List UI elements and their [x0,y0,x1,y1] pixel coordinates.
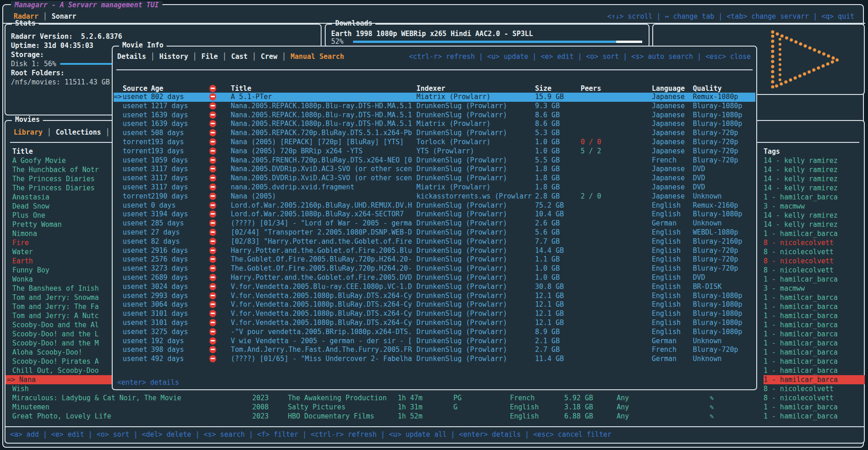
movie-list-item[interactable]: Tom and Jerry: The Fa [5,302,112,311]
release-row[interactable]: usenet192 daysV wie Vendetta - 2005 - ge… [114,337,755,346]
release-row[interactable]: usenet3101 daysV.for.Vendetta.2005.1080p… [114,319,755,328]
release-row[interactable]: usenet1639 daysNana.2005.REPACK.1080p.Bl… [114,111,755,120]
column-age[interactable]: Age [151,84,209,93]
movie-list-item[interactable]: Nimona [5,229,112,238]
movie-list-item[interactable]: Scooby-Doo! and the M [5,339,112,348]
movie-list-item[interactable]: A Goofy Movie [5,156,112,165]
tab-sonarr[interactable]: Sonarr [52,12,76,21]
movie-list-item[interactable]: Pretty Woman [5,220,112,229]
release-row[interactable]: usenet3024 daysV.for.Vendetta.2005.Blu-r… [114,283,755,292]
movie-list-item[interactable]: Plus One [5,211,112,220]
movie-list-item[interactable]: The Banshees of Inish [5,284,112,293]
movies-column-title: Title [12,147,33,156]
release-source: usenet [123,309,151,319]
release-row[interactable]: usenet1217 daysNana.2005.REPACK.1080p.Bl… [114,102,755,111]
release-row[interactable]: usenet3117 daysnana.2005.dvdrip.xvid.fra… [114,183,755,192]
movie-list-item[interactable]: Earth [5,256,112,266]
movie-list-item[interactable]: => Nana [5,375,112,384]
modal-tab-cast[interactable]: Cast [231,52,248,61]
movie-size: 5.92 GB [564,393,617,403]
release-row[interactable]: usenet398 daysTom.And.Jerry.The.Fast.And… [114,345,755,355]
movie-list-item[interactable]: The Princess Diaries [5,183,112,193]
movie-list-item[interactable]: Dead Snow [5,202,112,211]
release-row[interactable]: torrent2190 daysNana (2005)kickasstorren… [114,192,755,201]
modal-tab-file[interactable]: File [202,52,218,61]
column-rejected[interactable] [209,84,231,93]
release-row[interactable]: usenet27 days[02/44] "Transporter 2.2005… [114,228,755,237]
movie-row[interactable]: Great Photo, Lovely Life2023HBO Document… [5,412,758,421]
modal-tab-crew[interactable]: Crew [261,52,277,61]
release-row[interactable]: usenet3117 daysNana.2005.DVDRip.XviD.AC3… [114,165,755,174]
modal-tab-details[interactable]: Details [117,52,146,61]
movie-row[interactable]: Miraculous: Ladybug & Cat Noir, The Movi… [5,393,758,403]
release-row[interactable]: usenet3064 daysV.for.Vendetta.2005.1080p… [114,300,755,309]
column-language[interactable]: Language [652,84,693,93]
download-progress-track [353,41,642,43]
tab-radarr[interactable]: Radarr [14,12,38,21]
movie-list-item[interactable]: Aloha Scooby-Doo! [5,348,112,357]
movie-list-item[interactable]: Funny Boy [5,266,112,275]
release-row[interactable]: usenet0 daysLord.of.War.2005.2160p.BluRa… [114,201,755,210]
movie-list-item[interactable]: Fire [5,238,112,247]
release-size: 2.8 GB [535,192,581,201]
release-peers [581,355,652,364]
rejected-icon [209,202,216,209]
movie-row[interactable]: Minutemen2008Salty Pictures1h 31mGEnglis… [5,403,758,412]
release-row[interactable]: usenet3275 days-"V pour vendetta.2005.BR… [114,328,755,337]
release-language: French [652,345,693,355]
release-row[interactable]: usenet2916 daysHarry.Potter.and.the.Gobl… [114,246,755,256]
release-row[interactable]: usenet3273 daysThe.Goblet.Of.Fire.2005.B… [114,264,755,273]
release-quality: DVD [693,273,755,283]
release-quality: Bluray-1080p [693,328,755,337]
movie-list-item[interactable]: Chill Out, Scooby-Doo [5,366,112,375]
release-peers [581,309,652,319]
column-title[interactable]: Title [231,84,416,93]
release-size: 2.7 GB [535,345,581,355]
release-row[interactable]: usenet508 daysNana.2005.REPACK.720p.BluR… [114,129,755,138]
release-row[interactable]: usenet2576 daysThe.Goblet.Of.Fire.2005.B… [114,255,755,264]
movie-list-item[interactable]: Tom and Jerry: Snowma [5,293,112,302]
column-indexer[interactable]: Indexer [416,84,535,93]
release-row[interactable]: usenet285 days(????) [01/34] - "Lord of … [114,219,755,228]
release-row[interactable]: usenet3117 daysNana.2005.DVDRip.XviD.AC3… [114,174,755,183]
release-title: Nana.2005.REPACK.720p.BluRay.DTS.5.1.x26… [231,129,416,138]
column-quality[interactable]: Quality [693,84,755,93]
movie-list-item[interactable]: Wonka [5,275,112,284]
modal-tab-history[interactable]: History [159,52,188,61]
tab-library[interactable]: Library [14,128,42,136]
movie-list-item[interactable]: Tom and Jerry: A Nutc [5,311,112,320]
column-peers[interactable]: Peers [581,84,652,93]
release-row[interactable]: torrent193 daysNana (2005) [REPACK] [720… [114,138,755,147]
release-row[interactable]: usenet1639 daysNana.2005.REPACK.1080p.Bl… [114,120,755,129]
release-row[interactable]: =>usenet802 daysA 5.1-PTerMiatrix (Prowl… [114,93,755,102]
movie-list-item[interactable]: Water [5,247,112,256]
release-row[interactable]: torrent193 daysNana (2005) 720p BRRip x2… [114,147,755,156]
movie-list-item[interactable]: The Hunchback of Notr [5,165,112,174]
release-row[interactable]: usenet1059 daysNana.2005.FRENCH.720p.Blu… [114,156,755,165]
release-quality: Unknown [693,192,755,201]
release-row[interactable]: usenet2993 daysV.for.Vendetta.2005.1080p… [114,292,755,301]
release-age: 82 days [151,237,209,246]
release-row[interactable]: usenet3101 daysV.for.Vendetta.2005.1080p… [114,309,755,319]
movie-list-item[interactable]: The Princess Diaries [5,174,112,183]
movie-studio: The Awakening Production [288,393,398,403]
column-source[interactable]: Source ▼ [123,84,151,93]
release-source: usenet [123,93,151,102]
release-peers [581,93,652,102]
movie-list-item[interactable]: Anastasia [5,193,112,202]
column-size[interactable]: Size [535,84,581,93]
movie-list-item[interactable]: Scooby-Doo and the Al [5,320,112,330]
release-indexer: DrunkenSlug (Prowlarr) [416,337,535,346]
movie-list-item[interactable]: Scooby-Doo! and the L [5,330,112,339]
release-row[interactable]: usenet2689 daysHarry.Potter.and.the.Gobl… [114,273,755,283]
modal-tab-manual-search[interactable]: Manual Search [291,52,344,61]
tab-collections[interactable]: Collections [56,128,101,136]
movie-list-item[interactable]: Scooby-Doo! Pirates A [5,357,112,366]
release-quality: DVD [693,183,755,192]
release-row[interactable]: usenet492 days(????) [01/65] - "Miss Und… [114,355,755,364]
row-marker [114,228,123,237]
movies-keybinds: <a> add | <e> edit | <o> sort | <del> de… [10,430,612,439]
release-row[interactable]: usenet82 days[02/83] "Harry.Potter.and.t… [114,237,755,246]
release-row[interactable]: usenet3194 daysLord.of.War.2005.1080p.Bl… [114,210,755,219]
movie-list-item[interactable]: Wish [5,384,112,393]
